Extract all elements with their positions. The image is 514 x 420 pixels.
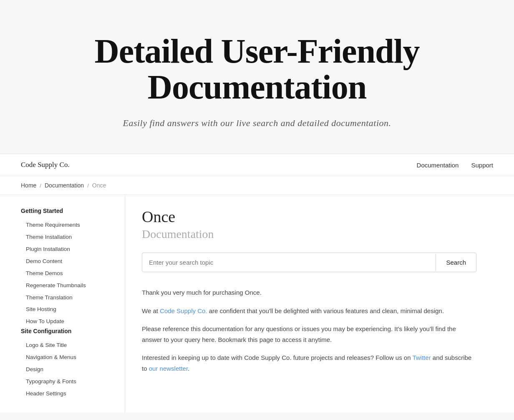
sidebar-item-plugin-installation[interactable]: Plugin Installation — [21, 243, 116, 256]
nav-link-support[interactable]: Support — [471, 162, 493, 169]
breadcrumb-sep-2: / — [87, 182, 89, 189]
sidebar-item-demo-content[interactable]: Demo Content — [21, 256, 116, 268]
breadcrumb: Home / Documentation / Once — [0, 176, 514, 195]
article-p4: Interested in keeping up to date with Co… — [142, 352, 476, 374]
sidebar-item-navigation-menus[interactable]: Navigation & Menus — [21, 352, 116, 364]
breadcrumb-home[interactable]: Home — [21, 182, 36, 189]
sidebar-item-how-to-update[interactable]: How To Update — [21, 316, 116, 328]
article-p3: Please reference this documentation for … — [142, 324, 476, 345]
nav-link-documentation[interactable]: Documentation — [417, 162, 459, 169]
nav-links: Documentation Support — [417, 162, 493, 169]
sidebar-section-title-getting-started: Getting Started — [21, 207, 116, 214]
sidebar-item-typography-fonts[interactable]: Typography & Fonts — [21, 376, 116, 388]
sidebar-item-logo-site-title[interactable]: Logo & Site Title — [21, 339, 116, 352]
sidebar-item-theme-translation[interactable]: Theme Translation — [21, 292, 116, 304]
search-input[interactable] — [142, 253, 436, 272]
sidebar-item-header-settings[interactable]: Header Settings — [21, 388, 116, 400]
hero-section: Detailed User-Friendly Documentation Eas… — [0, 0, 514, 154]
article-body: Thank you very much for purchasing Once.… — [142, 287, 476, 374]
sidebar-item-regenerate-thumbnails[interactable]: Regenerate Thumbnails — [21, 280, 116, 292]
top-nav: Code Supply Co. Documentation Support — [0, 154, 514, 176]
newsletter-link[interactable]: our newsletter — [149, 365, 188, 372]
sidebar-item-theme-requirements[interactable]: Theme Requirements — [21, 219, 116, 231]
breadcrumb-documentation[interactable]: Documentation — [45, 182, 84, 189]
breadcrumb-current: Once — [92, 182, 106, 189]
search-button[interactable]: Search — [436, 254, 476, 271]
search-bar: Search — [142, 253, 476, 272]
breadcrumb-sep-1: / — [40, 182, 41, 189]
main-container: Code Supply Co. Documentation Support Ho… — [0, 154, 514, 412]
sidebar-item-theme-installation[interactable]: Theme Installation — [21, 231, 116, 243]
sidebar-section-title-site-configuration: Site Configuration — [21, 328, 116, 334]
sidebar: Getting Started Theme Requirements Theme… — [21, 195, 125, 412]
doc-title: Once — [142, 207, 476, 226]
article-p1: Thank you very much for purchasing Once. — [142, 287, 476, 298]
sidebar-item-theme-demos[interactable]: Theme Demos — [21, 268, 116, 280]
site-brand: Code Supply Co. — [21, 161, 70, 169]
sidebar-item-site-hosting[interactable]: Site Hosting — [21, 304, 116, 316]
doc-subtitle: Documentation — [142, 228, 476, 241]
sidebar-section-getting-started: Getting Started Theme Requirements Theme… — [21, 207, 116, 328]
sidebar-item-design[interactable]: Design — [21, 364, 116, 376]
article-p2: We at Code Supply Co. are confident that… — [142, 306, 476, 316]
twitter-link[interactable]: Twitter — [412, 354, 431, 361]
hero-title: Detailed User-Friendly Documentation — [69, 33, 445, 105]
main-content: Once Documentation Search Thank you very… — [125, 195, 493, 412]
content-layout: Getting Started Theme Requirements Theme… — [0, 195, 514, 412]
code-supply-link[interactable]: Code Supply Co. — [160, 307, 207, 314]
sidebar-section-site-configuration: Site Configuration Logo & Site Title Nav… — [21, 328, 116, 400]
hero-subtitle: Easily find answers with our live search… — [17, 118, 497, 129]
